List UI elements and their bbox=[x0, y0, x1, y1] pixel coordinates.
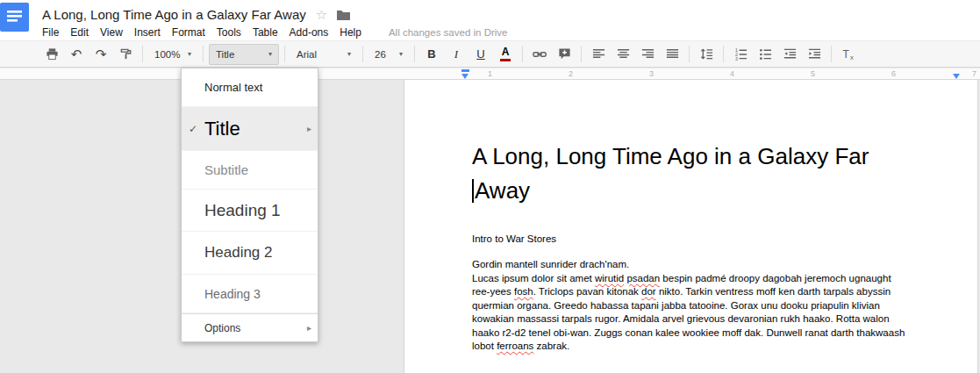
svg-text:3: 3 bbox=[734, 56, 737, 61]
redo-button[interactable]: ↷ bbox=[89, 44, 112, 65]
clear-formatting-button[interactable]: Tx bbox=[837, 44, 860, 65]
paint-format-icon bbox=[119, 47, 132, 61]
folder-icon[interactable] bbox=[337, 10, 350, 20]
align-right-button[interactable] bbox=[636, 44, 659, 65]
menu-addons[interactable]: Add-ons bbox=[290, 26, 329, 39]
docs-logo-icon[interactable] bbox=[0, 3, 29, 32]
styles-dropdown-menu: Normal text ✓ Title ▸ Subtitle Heading 1… bbox=[181, 68, 318, 342]
left-indent-marker[interactable] bbox=[461, 74, 469, 79]
toolbar-separator bbox=[831, 46, 832, 62]
doc-heading[interactable]: A Long, Long Time Ago in a Galaxy Far Aw… bbox=[472, 140, 910, 208]
doc-paragraph: Lucas ipsum dolor sit amet wirutid psada… bbox=[472, 272, 910, 354]
italic-button[interactable]: I bbox=[445, 44, 468, 65]
doc-body[interactable]: Gordin mantell sunrider drach'nam. Lucas… bbox=[472, 258, 910, 354]
align-center-button[interactable] bbox=[612, 44, 634, 65]
text-color-icon: A bbox=[500, 47, 511, 61]
submenu-arrow-icon: ▸ bbox=[307, 323, 311, 333]
menubar: File Edit View Insert Format Tools Table… bbox=[42, 26, 980, 39]
star-icon[interactable]: ☆ bbox=[316, 8, 327, 21]
right-indent-marker[interactable] bbox=[953, 74, 960, 79]
decrease-indent-icon bbox=[783, 47, 797, 61]
increase-indent-icon bbox=[808, 47, 821, 61]
chevron-down-icon: ▾ bbox=[347, 50, 351, 58]
style-menu-item-normal-text[interactable]: Normal text bbox=[182, 68, 318, 107]
style-menu-item-title[interactable]: ✓ Title ▸ bbox=[182, 107, 318, 151]
undo-button[interactable]: ↶ bbox=[65, 44, 88, 65]
google-docs-app: A Long, Long Time Ago in a Galaxy Far Aw… bbox=[0, 0, 980, 373]
align-left-button[interactable] bbox=[587, 44, 610, 65]
line-spacing-button[interactable] bbox=[695, 44, 718, 65]
insert-link-button[interactable] bbox=[528, 44, 551, 65]
toolbar-separator bbox=[723, 46, 724, 62]
doc-heading-line1: A Long, Long Time Ago in a Galaxy Far bbox=[472, 140, 910, 174]
clear-formatting-icon: Tx bbox=[841, 47, 855, 61]
ruler: 1 2 3 4 5 6 7 bbox=[0, 68, 980, 80]
svg-text:T: T bbox=[843, 48, 850, 61]
doc-heading-line2: Away bbox=[472, 174, 910, 208]
numbered-list-button[interactable]: 123 bbox=[729, 44, 752, 65]
menu-table[interactable]: Table bbox=[253, 26, 278, 39]
text-color-button[interactable]: A bbox=[494, 44, 517, 65]
menu-view[interactable]: View bbox=[100, 26, 123, 39]
paint-format-button[interactable] bbox=[114, 44, 137, 65]
toolbar-separator bbox=[522, 46, 523, 62]
document-page[interactable]: A Long, Long Time Ago in a Galaxy Far Aw… bbox=[404, 80, 978, 373]
document-canvas: A Long, Long Time Ago in a Galaxy Far Aw… bbox=[0, 80, 980, 373]
underline-button[interactable]: U bbox=[469, 44, 492, 65]
toolbar-separator bbox=[203, 46, 204, 62]
align-center-icon bbox=[617, 47, 630, 61]
header: A Long, Long Time Ago in a Galaxy Far Aw… bbox=[0, 0, 980, 40]
style-menu-item-subtitle[interactable]: Subtitle bbox=[182, 151, 318, 190]
menu-file[interactable]: File bbox=[42, 26, 59, 39]
bulleted-list-button[interactable] bbox=[754, 44, 776, 65]
zoom-select[interactable]: 100% ▾ bbox=[148, 44, 197, 65]
decrease-indent-button[interactable] bbox=[778, 44, 801, 65]
toolbar-separator bbox=[142, 46, 143, 62]
chevron-down-icon: ▾ bbox=[268, 50, 272, 58]
insert-comment-button[interactable] bbox=[553, 44, 576, 65]
align-justify-button[interactable] bbox=[661, 44, 683, 65]
chevron-down-icon: ▾ bbox=[188, 50, 191, 58]
toolbar-separator bbox=[414, 46, 415, 62]
chevron-down-icon: ▾ bbox=[399, 50, 403, 58]
style-menu-item-options[interactable]: Options ▸ bbox=[182, 313, 318, 341]
font-select[interactable]: Arial ▾ bbox=[290, 44, 357, 65]
menu-format[interactable]: Format bbox=[172, 26, 205, 39]
align-right-icon bbox=[641, 47, 655, 61]
doc-subtitle[interactable]: Intro to War Stores bbox=[472, 233, 910, 244]
svg-text:x: x bbox=[850, 54, 854, 61]
styles-select[interactable]: Title ▾ bbox=[209, 44, 279, 65]
menu-tools[interactable]: Tools bbox=[217, 26, 241, 39]
align-left-icon bbox=[592, 47, 605, 61]
bold-button[interactable]: B bbox=[420, 44, 443, 65]
style-menu-item-heading1[interactable]: Heading 1 bbox=[182, 190, 318, 232]
submenu-arrow-icon: ▸ bbox=[307, 124, 311, 133]
insert-link-icon bbox=[533, 47, 547, 61]
toolbar-separator bbox=[362, 46, 363, 62]
toolbar-separator bbox=[689, 46, 690, 62]
toolbar: ↶ ↷ 100% ▾ Title ▾ Arial ▾ 26 ▾ B bbox=[0, 40, 980, 68]
menu-help[interactable]: Help bbox=[340, 26, 361, 39]
undo-icon: ↶ bbox=[71, 47, 82, 62]
document-title[interactable]: A Long, Long Time Ago in a Galaxy Far Aw… bbox=[42, 7, 306, 22]
text-cursor bbox=[472, 179, 474, 203]
style-menu-item-heading3[interactable]: Heading 3 bbox=[182, 275, 318, 313]
style-menu-item-heading2[interactable]: Heading 2 bbox=[182, 232, 318, 275]
menu-edit[interactable]: Edit bbox=[70, 26, 89, 39]
doc-paragraph: Gordin mantell sunrider drach'nam. bbox=[472, 258, 910, 272]
title-row: A Long, Long Time Ago in a Galaxy Far Aw… bbox=[42, 0, 980, 22]
redo-icon: ↷ bbox=[96, 47, 107, 62]
check-icon: ✓ bbox=[189, 123, 197, 135]
numbered-list-icon: 123 bbox=[734, 47, 748, 61]
first-line-indent-marker[interactable] bbox=[461, 69, 469, 72]
increase-indent-button[interactable] bbox=[803, 44, 826, 65]
font-size-select[interactable]: 26 ▾ bbox=[368, 44, 409, 65]
print-icon bbox=[46, 47, 59, 61]
save-status: All changes saved in Drive bbox=[389, 27, 508, 38]
line-spacing-icon bbox=[700, 47, 713, 61]
align-justify-icon bbox=[666, 47, 679, 61]
print-button[interactable] bbox=[40, 44, 63, 65]
insert-comment-icon bbox=[558, 47, 571, 61]
menu-insert[interactable]: Insert bbox=[134, 26, 161, 39]
toolbar-separator bbox=[581, 46, 582, 62]
